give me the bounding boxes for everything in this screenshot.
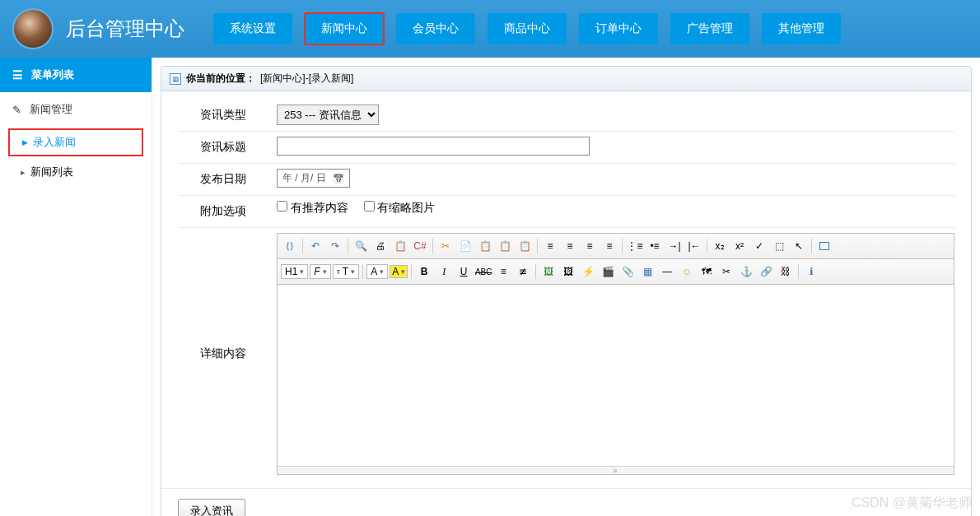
undo-icon[interactable]: ↶ bbox=[306, 237, 324, 255]
app-title: 后台管理中心 bbox=[66, 16, 184, 42]
title-input[interactable] bbox=[277, 137, 590, 156]
rich-text-editor: ⟨⟩ ↶ ↷ 🔍 🖨 📋 C# ✂ bbox=[277, 233, 954, 475]
editor-body[interactable] bbox=[278, 285, 954, 466]
template-icon[interactable]: 📋 bbox=[391, 237, 409, 255]
heading-select[interactable]: H1 bbox=[281, 264, 308, 279]
paste-icon[interactable]: 📋 bbox=[476, 237, 494, 255]
section-label: 新闻管理 bbox=[30, 102, 72, 117]
line-height-icon[interactable]: ≡ bbox=[494, 263, 512, 281]
breadcrumb-icon: ▦ bbox=[170, 73, 181, 85]
font-size-select[interactable]: тT bbox=[333, 264, 359, 279]
file-icon[interactable]: 📎 bbox=[618, 263, 637, 281]
nav-order-center[interactable]: 订单中心 bbox=[579, 13, 658, 44]
nav-member-center[interactable]: 会员中心 bbox=[396, 13, 475, 44]
print-icon[interactable]: 🖨 bbox=[371, 237, 390, 255]
multi-image-icon[interactable]: 🖼 bbox=[559, 263, 577, 281]
nav-other-management[interactable]: 其他管理 bbox=[762, 13, 841, 44]
row-content: 详细内容 ⟨⟩ ↶ ↷ 🔍 🖨 📋 bbox=[178, 228, 954, 480]
toolbar-separator bbox=[362, 264, 363, 279]
anchor-icon[interactable]: ⚓ bbox=[737, 263, 755, 281]
nav-ad-management[interactable]: 广告管理 bbox=[670, 13, 749, 44]
cut-icon[interactable]: ✂ bbox=[436, 237, 455, 255]
sidebar: 菜单列表 新闻管理 录入新闻 新闻列表 bbox=[0, 58, 152, 516]
checkbox-thumbnail-label[interactable]: 有缩略图片 bbox=[364, 201, 436, 214]
align-center-icon[interactable]: ≡ bbox=[561, 237, 579, 255]
list-bullet-icon[interactable]: •≡ bbox=[646, 237, 664, 255]
checkbox-thumbnail[interactable] bbox=[364, 201, 375, 212]
font-color-select[interactable]: A bbox=[366, 264, 388, 279]
nav-system-settings[interactable]: 系统设置 bbox=[213, 13, 292, 44]
calendar-icon bbox=[333, 173, 344, 184]
align-right-icon[interactable]: ≡ bbox=[581, 237, 599, 255]
pagebreak-icon[interactable]: ✂ bbox=[717, 263, 735, 281]
align-justify-icon[interactable]: ≡ bbox=[600, 237, 618, 255]
redo-icon[interactable]: ↷ bbox=[326, 237, 344, 255]
list-ordered-icon[interactable]: ⋮≡ bbox=[626, 237, 644, 255]
date-input[interactable]: 年 / 月/ 日 bbox=[277, 169, 350, 188]
row-date: 发布日期 年 / 月/ 日 bbox=[178, 164, 954, 196]
breadcrumb-label: 你当前的位置： bbox=[186, 72, 255, 86]
bold-icon[interactable]: B bbox=[415, 263, 433, 281]
submit-row: 录入资讯 bbox=[161, 488, 971, 516]
media-icon[interactable]: 🎬 bbox=[599, 263, 617, 281]
app-header: 后台管理中心 系统设置 新闻中心 会员中心 商品中心 订单中心 广告管理 其他管… bbox=[0, 0, 980, 58]
paste-text-icon[interactable]: 📋 bbox=[496, 237, 514, 255]
fullscreen-icon[interactable] bbox=[815, 237, 833, 255]
content-area: ▦ 你当前的位置： [新闻中心]-[录入新闻] 资讯类型 253 --- 资讯信… bbox=[152, 58, 980, 516]
breadcrumb-path: [新闻中心]-[录入新闻] bbox=[260, 72, 353, 86]
content-card: ▦ 你当前的位置： [新闻中心]-[录入新闻] 资讯类型 253 --- 资讯信… bbox=[161, 66, 972, 516]
italic-icon[interactable]: I bbox=[435, 263, 453, 281]
preview-icon[interactable]: 🔍 bbox=[352, 237, 370, 255]
table-icon[interactable]: ▦ bbox=[638, 263, 656, 281]
baidu-map-icon[interactable]: 🗺 bbox=[698, 263, 716, 281]
toolbar-separator bbox=[622, 239, 623, 253]
avatar[interactable] bbox=[12, 8, 54, 49]
copy-icon[interactable]: 📄 bbox=[456, 237, 474, 255]
checkbox-recommend[interactable] bbox=[277, 201, 287, 212]
unlink-icon[interactable]: ⛓ bbox=[777, 263, 795, 281]
hr-icon[interactable]: — bbox=[658, 263, 676, 281]
flash-icon[interactable]: ⚡ bbox=[579, 263, 597, 281]
type-label: 资讯类型 bbox=[178, 105, 268, 126]
outdent-icon[interactable]: |← bbox=[685, 237, 703, 255]
strikethrough-icon[interactable]: ABC bbox=[474, 263, 492, 281]
subscript-icon[interactable]: x₂ bbox=[711, 237, 729, 255]
toolbar-separator bbox=[707, 239, 707, 253]
superscript-icon[interactable]: x² bbox=[730, 237, 749, 255]
link-icon[interactable]: 🔗 bbox=[757, 263, 775, 281]
underline-icon[interactable]: U bbox=[455, 263, 473, 281]
content-label: 详细内容 bbox=[178, 343, 268, 365]
sidebar-item-news-list[interactable]: 新闻列表 bbox=[0, 158, 152, 186]
about-icon[interactable]: ℹ bbox=[802, 263, 820, 281]
select-all-icon[interactable]: ⬚ bbox=[770, 237, 788, 255]
code-icon[interactable]: C# bbox=[411, 237, 429, 255]
menu-bars-icon bbox=[12, 68, 23, 81]
menu-header-label: 菜单列表 bbox=[31, 67, 74, 82]
indent-icon[interactable]: →| bbox=[665, 237, 684, 255]
align-left-icon[interactable]: ≡ bbox=[541, 237, 559, 255]
toolbar-separator bbox=[302, 239, 303, 253]
source-icon[interactable]: ⟨⟩ bbox=[281, 237, 299, 255]
highlight-color-select[interactable]: A bbox=[390, 265, 408, 278]
image-icon[interactable]: 🖼 bbox=[539, 263, 558, 281]
editor-resize-handle[interactable] bbox=[278, 466, 954, 474]
nav-product-center[interactable]: 商品中心 bbox=[488, 13, 567, 44]
toolbar-separator bbox=[811, 239, 812, 253]
cursor-icon[interactable]: ↖ bbox=[790, 237, 808, 255]
clear-format-icon[interactable]: ✓ bbox=[750, 237, 768, 255]
menu-list-header: 菜单列表 bbox=[0, 58, 152, 92]
submit-button[interactable]: 录入资讯 bbox=[178, 499, 245, 516]
toolbar-separator bbox=[411, 264, 412, 279]
sidebar-section-news[interactable]: 新闻管理 bbox=[0, 92, 152, 127]
title-label: 资讯标题 bbox=[178, 137, 268, 158]
nav-news-center[interactable]: 新闻中心 bbox=[305, 13, 384, 44]
row-title: 资讯标题 bbox=[178, 132, 954, 164]
font-family-select[interactable]: F bbox=[310, 264, 330, 279]
paste-word-icon[interactable]: 📋 bbox=[516, 237, 534, 255]
checkbox-recommend-label[interactable]: 有推荐内容 bbox=[277, 201, 348, 214]
emoji-icon[interactable]: ☺ bbox=[678, 263, 696, 281]
date-placeholder: 年 / 月/ 日 bbox=[282, 171, 326, 185]
remove-format-icon[interactable]: ≢ bbox=[514, 263, 532, 281]
type-select[interactable]: 253 --- 资讯信息 bbox=[277, 105, 379, 125]
sidebar-item-add-news[interactable]: 录入新闻 bbox=[8, 128, 143, 156]
